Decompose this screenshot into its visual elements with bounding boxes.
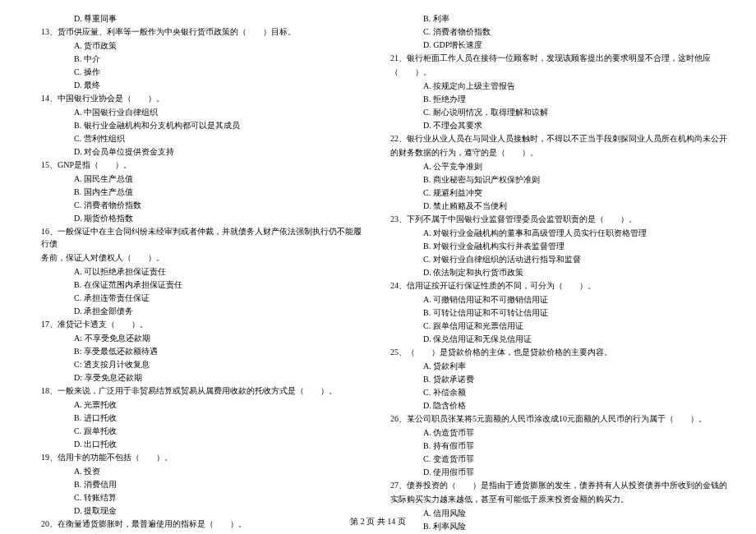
q21-cont: （ ）。 <box>390 66 731 78</box>
q25-text: 25、（ ）是贷款价格的主体，也是贷款价格的主要内容。 <box>390 346 731 358</box>
q22-option-c: C. 规避利益冲突 <box>423 186 731 199</box>
q23-option-a: A. 对银行业金融机构的董事和高级管理人员实行任职资格管理 <box>423 227 731 239</box>
q24-option-c: C. 跟单信用证和光票信用证 <box>423 320 731 332</box>
q19-option-b: B. 消费信用 <box>74 478 366 490</box>
page-footer: 第 2 页 共 14 页 <box>0 515 756 527</box>
q22-option-d: D. 禁止贿赂及不当便利 <box>423 200 731 212</box>
q12-option-d: D. 尊重同事 <box>74 12 366 25</box>
q14-option-c: C. 营利性组织 <box>74 132 366 145</box>
q20-option-b: B. 利率 <box>423 12 731 25</box>
q26-option-c: C. 变造货币罪 <box>423 453 731 465</box>
q22-cont: 的财务数据的行为，遵守的是（ ）。 <box>390 146 731 159</box>
q22-option-a: A. 公平竞争准则 <box>423 160 731 173</box>
q18-option-c: C. 跟单托收 <box>74 425 366 437</box>
q26-option-a: A. 伪造货币罪 <box>423 426 731 439</box>
q17-option-c: C: 透支按月计收复息 <box>74 358 366 371</box>
q16-cont: 务前，保证人对债权人（ ）。 <box>41 251 366 264</box>
q19-option-c: C. 转账结算 <box>74 491 366 504</box>
q24-option-b: B. 可转让信用证和不可转让信用证 <box>423 306 731 319</box>
q26-option-d: D. 使用假币罪 <box>423 466 731 478</box>
left-column: D. 尊重同事 13、货币供应量、利率等一般作为中央银行货币政策的（ ）目标。 … <box>25 12 366 497</box>
q17-option-b: B: 享受最低还款额待遇 <box>74 345 366 357</box>
q21-option-d: D. 不理会其要求 <box>423 119 731 131</box>
q13-option-b: B. 中介 <box>74 53 366 65</box>
q17-option-a: A: 不享受免息还款期 <box>74 332 366 344</box>
q14-option-a: A. 中国银行业自律组织 <box>74 106 366 118</box>
q27-text: 27、债券投资的（ ）是指由于通货膨胀的发生，债券持有人从投资债券中所收到的金钱… <box>390 479 731 491</box>
q23-option-c: C. 对银行业自律组织的活动进行指导和监督 <box>423 253 731 265</box>
q14-option-d: D. 对会员单位提供资金支持 <box>74 145 366 158</box>
content-columns: D. 尊重同事 13、货币供应量、利率等一般作为中央银行货币政策的（ ）目标。 … <box>25 12 731 497</box>
q24-option-d: D. 保兑信用证和无保兑信用证 <box>423 333 731 345</box>
q16-option-a: A. 可以拒绝承担保证责任 <box>74 265 366 278</box>
q26-text: 26、某公司职员张某将5元面额的人民币涂改成10元面额的人民币的行为属于（ ）。 <box>390 412 731 425</box>
q15-option-b: B. 国内生产总值 <box>74 186 366 198</box>
q13-option-c: C. 操作 <box>74 66 366 78</box>
q23-option-b: B. 对银行业金融机构实行并表监督管理 <box>423 240 731 252</box>
q22-option-b: B. 商业秘密与知识产权保护准则 <box>423 173 731 186</box>
q14-text: 14、中国银行业协会是（ ）。 <box>41 92 366 104</box>
q24-option-a: A. 可撤销信用证和不可撤销信用证 <box>423 293 731 306</box>
q21-option-b: B. 拒绝办理 <box>423 93 731 105</box>
q16-option-c: C. 承担连带责任保证 <box>74 292 366 304</box>
q21-option-c: C. 耐心说明情况，取得理解和谅解 <box>423 106 731 118</box>
q16-option-b: B. 在保证范围内承担保证责任 <box>74 279 366 291</box>
q14-option-b: B. 银行业金融机构和分支机构都可以是其成员 <box>74 119 366 131</box>
q25-option-c: C. 补偿余额 <box>423 386 731 398</box>
q22-text: 22、银行业从业人员在与同业人员接触时，不得以不正当手段刺探同业人员所在机构尚未… <box>390 132 731 145</box>
q15-text: 15、GNP是指（ ）。 <box>41 159 366 171</box>
q13-option-a: A. 货币政策 <box>74 39 366 52</box>
q25-option-d: D. 隐含价格 <box>423 399 731 412</box>
q23-text: 23、下列不属于中国银行业监督管理委员会监管职责的是（ ）。 <box>390 213 731 225</box>
q13-option-d: D. 最终 <box>74 79 366 91</box>
q18-option-a: A. 光票托收 <box>74 398 366 411</box>
q21-option-a: A. 按规定向上级主管报告 <box>423 80 731 92</box>
q17-text: 17、准贷记卡透支（ ）。 <box>41 318 366 330</box>
right-column: B. 利率 C. 消费者物价指数 D. GDP增长速度 21、银行柜面工作人员在… <box>390 12 731 497</box>
q15-option-a: A. 国民生产总值 <box>74 173 366 185</box>
q18-option-d: D. 出口托收 <box>74 438 366 450</box>
q18-text: 18、一般来说，广泛用于非贸易结算或贸易从属费用收款的托收方式是（ ）。 <box>41 384 366 397</box>
q25-option-a: A. 贷款利率 <box>423 360 731 372</box>
q20-option-d: D. GDP增长速度 <box>423 39 731 51</box>
q16-option-d: D. 承担全部债务 <box>74 305 366 317</box>
q24-text: 24、信用证按开证行保证性质的不同，可分为（ ）。 <box>390 279 731 292</box>
q19-option-a: A. 投资 <box>74 465 366 477</box>
q25-option-b: B. 贷款承诺费 <box>423 373 731 385</box>
q26-option-b: B. 持有假币罪 <box>423 440 731 452</box>
q15-option-c: C. 消费者物价指数 <box>74 199 366 211</box>
q21-text: 21、银行柜面工作人员在接待一位顾客时，发现该顾客提出的要求明显不合理，这时他应 <box>390 52 731 64</box>
q27-cont: 实际购买实力越来越低，甚至有可能低于原来投资金额的购买力。 <box>390 493 731 505</box>
q16-text: 16、一般保证中在主合同纠纷未经审判或者仲裁，并就债务人财产依法强制执行仍不能履… <box>41 225 366 250</box>
q18-option-b: B. 进口托收 <box>74 412 366 424</box>
q17-option-d: D: 享受免息还款期 <box>74 371 366 384</box>
q23-option-d: D. 依法制定和执行货币政策 <box>423 266 731 279</box>
q15-option-d: D. 期货价格指数 <box>74 212 366 224</box>
q19-text: 19、信用卡的功能不包括（ ）。 <box>41 451 366 463</box>
q13-text: 13、货币供应量、利率等一般作为中央银行货币政策的（ ）目标。 <box>41 25 366 38</box>
q20-option-c: C. 消费者物价指数 <box>423 25 731 38</box>
